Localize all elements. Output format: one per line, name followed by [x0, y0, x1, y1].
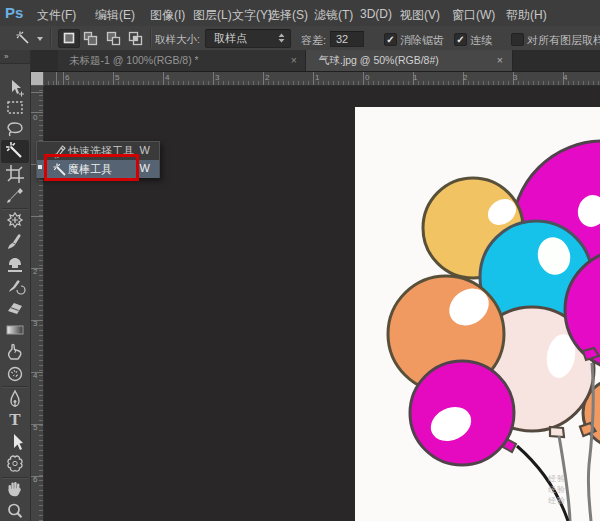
- svg-text:T: T: [9, 410, 21, 429]
